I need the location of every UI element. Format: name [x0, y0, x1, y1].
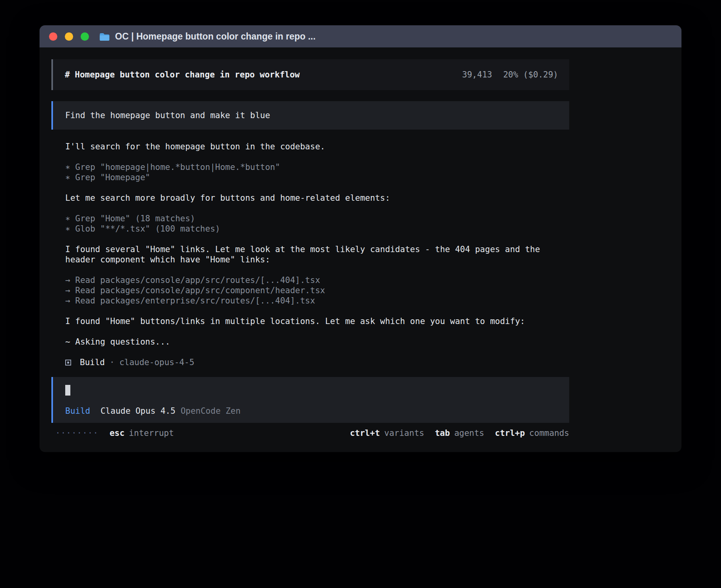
zoom-button[interactable]	[81, 32, 89, 41]
tool-call-read: → Read packages/console/app/src/componen…	[65, 285, 569, 296]
shortcut-key: ctrl+p	[495, 428, 525, 438]
close-button[interactable]	[49, 32, 57, 41]
shortcut-commands: ctrl+p commands	[495, 428, 569, 438]
folder-icon	[99, 32, 110, 41]
prompt-input[interactable]: Build Claude Opus 4.5 OpenCode Zen	[51, 377, 569, 423]
session-stats: 39,413 20% ($0.29)	[462, 70, 558, 79]
tool-call-grep: ∗ Grep "homepage|home.*button|Home.*butt…	[65, 162, 569, 172]
assistant-text: Let me search more broadly for buttons a…	[65, 193, 569, 203]
spinner-dots: ········	[55, 428, 98, 438]
shortcut-key: tab	[435, 428, 450, 438]
context-cost: 20% ($0.29)	[503, 70, 558, 79]
assistant-transcript: I'll search for the homepage button in t…	[51, 141, 569, 368]
user-message-text: Find the homepage button and make it blu…	[65, 111, 270, 120]
model-name: Claude Opus 4.5	[100, 406, 176, 416]
token-count: 39,413	[462, 70, 492, 79]
status-bar: ········ esc interrupt ctrl+t variants t…	[51, 428, 569, 438]
agent-info-line: Build · claude-opus-4-5	[65, 357, 569, 368]
assistant-text: I found "Home" buttons/links in multiple…	[65, 316, 569, 326]
activity-status: ~ Asking questions...	[65, 337, 569, 347]
shortcut-key: ctrl+t	[350, 428, 380, 438]
tool-call-grep: ∗ Grep "Homepage"	[65, 172, 569, 183]
traffic-lights	[46, 32, 89, 41]
esc-key-hint: esc	[109, 428, 125, 438]
session-title: # Homepage button color change in repo w…	[65, 70, 300, 79]
model-provider: OpenCode Zen	[181, 406, 241, 416]
tool-call-grep: ∗ Grep "Home" (18 matches)	[65, 213, 569, 224]
status-right: ctrl+t variants tab agents ctrl+p comman…	[350, 428, 569, 438]
shortcut-variants: ctrl+t variants	[350, 428, 424, 438]
tool-call-glob: ∗ Glob "**/*.tsx" (100 matches)	[65, 224, 569, 234]
terminal-content: # Homepage button color change in repo w…	[51, 47, 569, 438]
agent-name: Build	[80, 357, 105, 368]
shortcut-label: agents	[454, 428, 484, 438]
shortcut-agents: tab agents	[435, 428, 484, 438]
tool-call-read: → Read packages/console/app/src/routes/[…	[65, 275, 569, 285]
mode-label: Build	[65, 406, 90, 416]
agent-icon	[65, 360, 71, 366]
terminal-window: OC | Homepage button color change in rep…	[40, 25, 681, 452]
assistant-text: I found several "Home" links. Let me loo…	[65, 244, 569, 265]
status-left: ········ esc interrupt	[51, 428, 174, 438]
esc-key-label: interrupt	[129, 428, 174, 438]
agent-model: claude-opus-4-5	[119, 357, 194, 368]
minimize-button[interactable]	[65, 32, 73, 41]
window-title: OC | Homepage button color change in rep…	[115, 31, 315, 42]
shortcut-label: commands	[529, 428, 569, 438]
tool-call-read: → Read packages/enterprise/src/routes/[.…	[65, 296, 569, 306]
user-message: Find the homepage button and make it blu…	[51, 101, 569, 130]
titlebar: OC | Homepage button color change in rep…	[40, 25, 681, 47]
session-header: # Homepage button color change in repo w…	[51, 59, 569, 90]
shortcut-label: variants	[384, 428, 424, 438]
agent-separator: ·	[109, 357, 115, 368]
model-row: Build Claude Opus 4.5 OpenCode Zen	[65, 406, 557, 416]
assistant-text: I'll search for the homepage button in t…	[65, 141, 569, 152]
text-cursor	[65, 385, 70, 396]
